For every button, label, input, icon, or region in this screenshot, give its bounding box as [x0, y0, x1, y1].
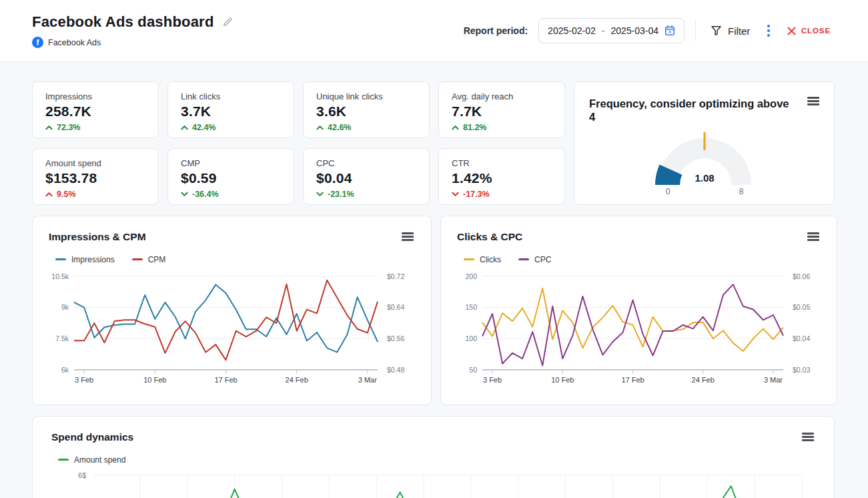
chart-legend: ImpressionsCPM: [55, 255, 415, 264]
kpi-label: Impressions: [45, 91, 145, 101]
kpi-card-cmp: CMP $0.59 -36.4%: [167, 148, 294, 205]
chart-title: Spend dynamics: [51, 431, 133, 443]
kpi-value: $0.04: [316, 170, 416, 186]
kpi-delta: -36.4%: [181, 190, 281, 199]
svg-text:3 Feb: 3 Feb: [75, 376, 93, 384]
kpi-label: Link clicks: [181, 91, 281, 101]
chart-legend: Amount spend: [58, 455, 815, 465]
calendar-icon: [665, 25, 675, 36]
legend-item[interactable]: CPC: [518, 255, 551, 264]
header-left: Facebook Ads dashboard f Facebook Ads: [32, 13, 234, 48]
chart-title: Impressions & CPM: [49, 231, 146, 243]
kpi-delta: 72.3%: [45, 123, 145, 132]
svg-text:150: 150: [465, 303, 477, 311]
trend-chevron-icon: [181, 192, 188, 197]
close-x-icon: [787, 27, 796, 35]
svg-text:6k: 6k: [61, 365, 69, 373]
svg-text:10.5k: 10.5k: [51, 272, 69, 280]
kpi-card-amount-spend: Amount spend $153.78 9.5%: [32, 148, 159, 205]
spend-dynamics-chart-card: Spend dynamics Amount spend 6$: [32, 416, 835, 498]
chart-menu-button[interactable]: [806, 94, 821, 108]
svg-text:$0.64: $0.64: [387, 303, 404, 311]
svg-text:$0.03: $0.03: [793, 365, 810, 373]
trend-chevron-icon: [316, 125, 324, 130]
trend-chevron-icon: [316, 192, 324, 197]
kpi-label: Avg. daily reach: [452, 91, 552, 101]
impressions-cpm-line-chart[interactable]: 10.5k$0.729k$0.647.5k$0.566k$0.483 Feb10…: [49, 270, 415, 390]
kpi-delta: 81.2%: [452, 123, 552, 132]
svg-text:7.5k: 7.5k: [55, 334, 69, 342]
svg-text:$0.48: $0.48: [387, 365, 404, 373]
svg-text:8: 8: [739, 187, 743, 196]
svg-text:$0.72: $0.72: [387, 272, 404, 280]
date-range-picker[interactable]: 2025-02-02 - 2025-03-04: [538, 18, 685, 43]
svg-text:$0.06: $0.06: [793, 272, 810, 280]
data-source: f Facebook Ads: [32, 37, 234, 48]
trend-chevron-icon: [452, 125, 459, 130]
kpi-value: 3.7K: [181, 103, 281, 119]
date-to: 2025-03-04: [610, 25, 659, 36]
svg-text:6$: 6$: [78, 471, 86, 479]
kpi-delta: 42.4%: [181, 123, 281, 132]
svg-text:17 Feb: 17 Feb: [214, 376, 237, 384]
spend-dynamics-line-chart[interactable]: 6$: [51, 470, 815, 498]
kpi-grid: Impressions 258.7K 72.3% Link clicks 3.7…: [32, 81, 835, 205]
kpi-value: $0.59: [181, 170, 281, 186]
facebook-ads-dashboard-page: Facebook Ads dashboard f Facebook Ads Re…: [0, 0, 868, 498]
kpi-card-link-clicks: Link clicks 3.7K 42.4%: [167, 81, 294, 138]
kpi-card-cpc: CPC $0.04 -23.1%: [303, 148, 430, 205]
facebook-icon: f: [32, 37, 43, 48]
kpi-delta: -23.1%: [316, 190, 416, 199]
filter-funnel-icon: [711, 25, 722, 36]
filter-button[interactable]: Filter: [707, 25, 754, 37]
svg-text:24 Feb: 24 Feb: [286, 376, 308, 384]
chart-menu-button[interactable]: [801, 430, 815, 444]
kpi-delta: -17.3%: [452, 190, 552, 199]
gauge-title: Frequency, consider optimizing above 4: [589, 97, 789, 123]
svg-text:24 Feb: 24 Feb: [692, 376, 715, 384]
kpi-card-avg-daily-reach: Avg. daily reach 7.7K 81.2%: [438, 81, 565, 138]
date-from: 2025-02-02: [548, 25, 596, 36]
impressions-cpm-chart-card: Impressions & CPM ImpressionsCPM 10.5k$0…: [32, 216, 432, 405]
kpi-value: 258.7K: [45, 103, 145, 119]
frequency-gauge[interactable]: 1.0808: [631, 129, 778, 198]
chart-menu-button[interactable]: [400, 230, 415, 244]
legend-item[interactable]: Impressions: [55, 255, 115, 264]
trend-chevron-icon: [452, 192, 459, 197]
report-period-label: Report period:: [464, 25, 528, 36]
svg-text:9k: 9k: [61, 303, 69, 311]
trend-chevron-icon: [45, 192, 53, 197]
frequency-gauge-card: Frequency, consider optimizing above 4 1…: [574, 81, 835, 205]
svg-text:50: 50: [469, 365, 477, 373]
svg-text:10 Feb: 10 Feb: [551, 376, 574, 384]
kpi-label: Unique link clicks: [316, 91, 416, 101]
chart-menu-button[interactable]: [806, 230, 821, 244]
kpi-value: 3.6K: [316, 103, 416, 119]
dashboard-body: Impressions 258.7K 72.3% Link clicks 3.7…: [0, 62, 868, 498]
close-button[interactable]: CLOSE: [783, 26, 835, 36]
legend-item[interactable]: CPM: [132, 255, 166, 264]
clicks-cpc-line-chart[interactable]: 200$0.06150$0.05100$0.0450$0.033 Feb10 F…: [457, 270, 821, 390]
trend-chevron-icon: [45, 125, 53, 130]
close-label: CLOSE: [801, 27, 831, 35]
svg-text:10 Feb: 10 Feb: [143, 376, 166, 384]
svg-text:1.08: 1.08: [695, 172, 714, 184]
kpi-label: CPC: [316, 158, 416, 168]
kpi-delta: 42.6%: [316, 123, 416, 132]
svg-text:$0.05: $0.05: [793, 303, 810, 311]
edit-title-pencil-icon[interactable]: [222, 16, 234, 30]
page-title: Facebook Ads dashboard: [32, 13, 214, 31]
kpi-value: 7.7K: [452, 103, 552, 119]
charts-row: Impressions & CPM ImpressionsCPM 10.5k$0…: [32, 216, 835, 405]
header-right: Report period: 2025-02-02 - 2025-03-04 F…: [464, 18, 835, 43]
more-options-kebab-button[interactable]: [765, 22, 773, 39]
svg-text:3 Feb: 3 Feb: [483, 376, 502, 384]
chart-legend: ClicksCPC: [464, 255, 821, 264]
kpi-card-unique-link-clicks: Unique link clicks 3.6K 42.6%: [303, 81, 430, 138]
clicks-cpc-chart-card: Clicks & CPC ClicksCPC 200$0.06150$0.051…: [440, 216, 837, 405]
legend-item[interactable]: Clicks: [464, 255, 501, 264]
svg-text:3 Mar: 3 Mar: [764, 376, 783, 384]
header-divider: [695, 21, 696, 41]
kpi-label: CTR: [452, 158, 552, 168]
legend-item[interactable]: Amount spend: [58, 455, 125, 465]
